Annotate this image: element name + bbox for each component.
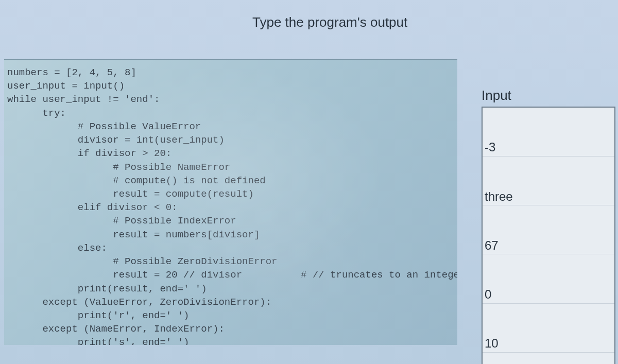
io-panel: Input -3 three 67 0 10 -8 end Output (482, 88, 615, 364)
code-panel: numbers = [2, 4, 5, 8] user_input = inpu… (4, 59, 457, 345)
input-line: 10 (483, 335, 614, 353)
input-line: 0 (483, 286, 614, 304)
input-line: 67 (483, 237, 614, 255)
input-line: -3 (483, 139, 614, 157)
input-label: Input (482, 88, 615, 103)
page-title: Type the program's output (252, 14, 407, 30)
input-line: three (483, 188, 614, 206)
input-box: -3 three 67 0 10 -8 end (482, 107, 615, 364)
